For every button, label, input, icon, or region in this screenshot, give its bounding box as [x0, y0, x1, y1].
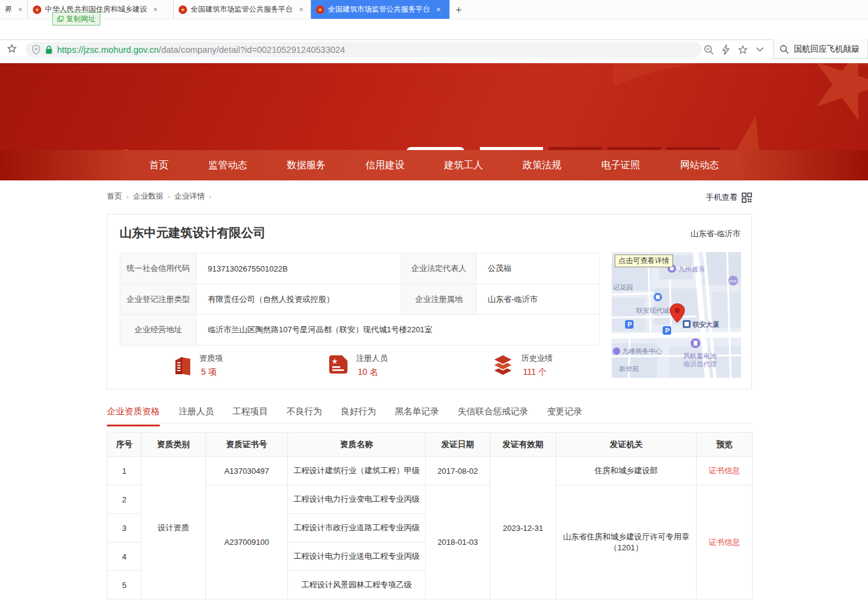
reg-type-value: 有限责任公司（自然人投资或控股）: [197, 284, 402, 315]
field-label: 统一社会信用代码: [120, 253, 197, 284]
poi-battery-2: 临沂总代理: [683, 360, 717, 367]
mobile-view-link[interactable]: 手机查看: [706, 192, 752, 203]
stat-registered-personnel[interactable]: 注册人员10 名: [327, 353, 388, 378]
stat-value: 5 项: [199, 367, 223, 378]
chevron-down-icon[interactable]: [756, 47, 764, 52]
nav-credit[interactable]: 信用建设: [366, 159, 405, 172]
col-preview: 预览: [697, 432, 753, 457]
nav-license[interactable]: 电子证照: [601, 159, 640, 172]
poi-xinhua: 新华苑: [619, 365, 639, 372]
credit-code-value: 91371302675501022B: [197, 253, 402, 284]
col-cert-no: 资质证书号: [206, 432, 288, 457]
breadcrumb: 首页 › 企业数据 › 企业详情 ›: [107, 191, 216, 202]
building-icon: [173, 353, 193, 377]
cell-no: 2: [108, 485, 142, 514]
bookmark-star-icon[interactable]: [6, 43, 18, 56]
col-issuer: 发证机关: [556, 432, 697, 457]
flag-texture: [613, 63, 868, 150]
map-image: 九州超市 ATM 记花园 联安现代城 联安大厦 P P 九峰商务中心 风帆蓄电池…: [612, 252, 741, 378]
company-info-table: 统一社会信用代码 91371302675501022B 企业法定代表人 公茂福 …: [120, 253, 599, 346]
poi-supermarket: 九州超市: [678, 265, 705, 273]
field-label: 企业登记注册类型: [120, 284, 197, 315]
cell-issuer: 住房和城乡建设部: [556, 457, 697, 485]
stat-value: 10 名: [356, 367, 388, 378]
copy-icon: [57, 16, 64, 22]
col-issue-date: 发证日期: [426, 432, 490, 457]
layers-icon: [491, 353, 514, 377]
tab-close-icon[interactable]: ×: [436, 5, 441, 14]
cell-no: 1: [108, 457, 142, 485]
col-category: 资质类别: [142, 432, 206, 457]
poi-battery-1: 风帆蓄电池: [683, 352, 717, 360]
location-map[interactable]: 九州超市 ATM 记花园 联安现代城 联安大厦 P P 九峰商务中心 风帆蓄电池…: [612, 252, 741, 378]
nav-data-service[interactable]: 数据服务: [287, 159, 326, 172]
crumb-detail[interactable]: 企业详情: [174, 191, 205, 202]
nav-supervision[interactable]: 监管动态: [208, 159, 247, 172]
poi-business-center: 九峰商务中心: [622, 347, 662, 355]
cell-no: 4: [108, 542, 142, 571]
omnibox-icons: [703, 42, 764, 57]
stat-history-performance[interactable]: 历史业绩111 个: [491, 353, 553, 378]
reg-region-value: 山东省-临沂市: [477, 284, 600, 315]
nav-home[interactable]: 首页: [149, 159, 169, 172]
shield-icon[interactable]: [32, 44, 41, 55]
browser-tab-mohurd[interactable]: ★ 中华人民共和国住房和城乡建设 ×: [28, 0, 174, 19]
nav-site-news[interactable]: 网站动态: [680, 159, 719, 172]
cell-issue-date: 2017-08-02: [426, 457, 490, 485]
company-region: 山东省-临沂市: [691, 228, 740, 239]
legal-rep-value: 公茂福: [477, 253, 600, 284]
browser-tab-jzsc[interactable]: ★ 全国建筑市场监管公共服务平台 ×: [174, 0, 311, 19]
col-name: 资质名称: [288, 432, 426, 457]
col-valid-until: 发证有效期: [490, 432, 556, 457]
tab-title: 全国建筑市场监管公共服务平台: [328, 4, 430, 15]
crumb-home[interactable]: 首页: [107, 191, 122, 202]
cell-valid-until: 2023-12-31: [490, 457, 556, 600]
table-header-row: 序号 资质类别 资质证书号 资质名称 发证日期 发证有效期 发证机关 预览: [108, 432, 753, 457]
cell-qual-name: 工程设计电力行业送电工程专业丙级: [288, 542, 426, 571]
cell-category: 设计资质: [142, 457, 206, 600]
nav-workers[interactable]: 建筑工人: [444, 159, 483, 172]
page-url: https://jzsc.mohurd.gov.cn/data/company/…: [57, 45, 345, 55]
tab-close-icon[interactable]: ×: [18, 5, 22, 14]
emblem-favicon-icon: ★: [33, 5, 41, 14]
address-input[interactable]: https://jzsc.mohurd.gov.cn/data/company/…: [26, 42, 702, 57]
site-header-banner: 中华人民共和国住房和城乡建设部www.mohurd.gov.cn 全国建筑市场监…: [0, 63, 868, 150]
zoom-out-icon[interactable]: [703, 44, 714, 55]
certificate-info-link[interactable]: 证书信息: [709, 538, 740, 547]
new-tab-button[interactable]: ＋: [449, 0, 468, 19]
stat-label: 资质项: [199, 353, 223, 364]
cell-qual-name: 工程设计电力行业变电工程专业丙级: [288, 485, 426, 514]
lightning-icon[interactable]: [722, 44, 730, 55]
qualification-table: 序号 资质类别 资质证书号 资质名称 发证日期 发证有效期 发证机关 预览 1 …: [107, 432, 753, 600]
stat-label: 历史业绩: [521, 353, 553, 364]
poi-lianan-tower: 联安大厦: [692, 321, 719, 328]
certificate-info-link[interactable]: 证书信息: [709, 466, 740, 475]
browser-url-bar: https://jzsc.mohurd.gov.cn/data/company/…: [0, 19, 868, 40]
cell-issuer: 山东省住房和城乡建设厅许可专用章 （1201）: [556, 485, 697, 600]
poi-lianan-city: 联安现代城: [636, 307, 669, 314]
tabs-divider: [107, 423, 752, 423]
browser-tab-active[interactable]: ★ 全国建筑市场监管公共服务平台 ×: [311, 0, 449, 19]
stat-value: 111 个: [521, 367, 553, 378]
tab-close-icon[interactable]: ×: [299, 5, 304, 14]
search-icon: [779, 44, 789, 54]
nav-policy[interactable]: 政策法规: [523, 159, 562, 172]
company-name: 山东中元建筑设计有限公司: [120, 225, 265, 241]
poi-garden: 记花园: [613, 284, 633, 291]
favorite-star-icon[interactable]: [737, 44, 748, 55]
stat-qualifications[interactable]: 资质项5 项: [173, 353, 223, 378]
crumb-enterprise-data[interactable]: 企业数据: [133, 191, 163, 202]
emblem-favicon-icon: ★: [179, 5, 187, 14]
cell-no: 5: [108, 571, 142, 600]
cell-issue-date: 2018-01-03: [426, 485, 490, 600]
map-tooltip: 点击可查看详情: [615, 255, 673, 267]
lock-icon: [45, 45, 53, 55]
cell-preview: 证书信息: [697, 457, 753, 485]
news-quick-search[interactable]: 国航回应飞机颠簸: [773, 39, 868, 59]
browser-tab-partial[interactable]: 界 ×: [0, 0, 28, 19]
svg-text:P: P: [627, 321, 632, 328]
svg-text:P: P: [665, 327, 669, 334]
tab-close-icon[interactable]: ×: [153, 5, 158, 14]
field-label: 企业经营地址: [120, 315, 197, 346]
main-nav: 首页 监管动态 数据服务 信用建设 建筑工人 政策法规 电子证照 网站动态: [0, 150, 868, 180]
